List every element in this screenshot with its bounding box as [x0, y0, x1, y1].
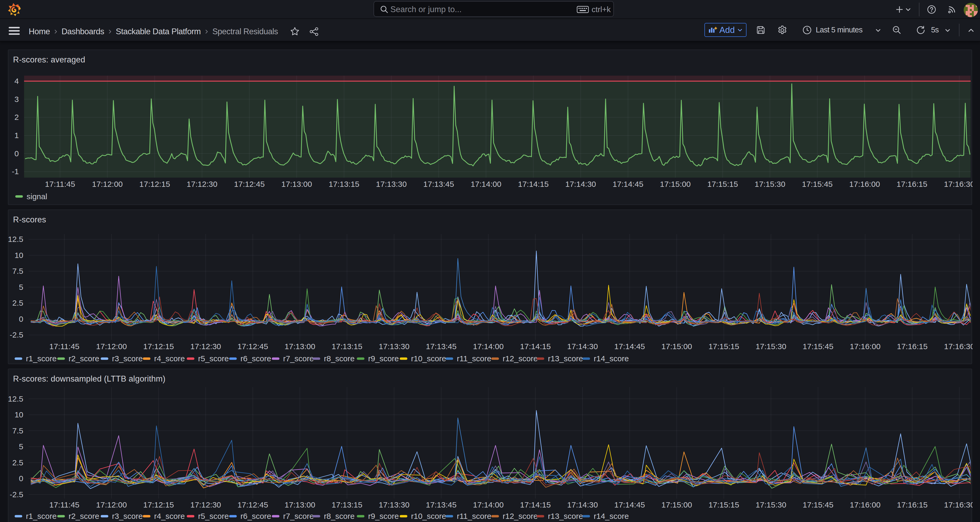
svg-text:0: 0	[19, 474, 23, 483]
svg-text:-2.5: -2.5	[10, 330, 23, 339]
svg-text:r3_score: r3_score	[112, 512, 143, 520]
svg-text:17:15:00: 17:15:00	[661, 500, 692, 509]
svg-text:17:14:45: 17:14:45	[614, 342, 645, 351]
svg-text:17:13:15: 17:13:15	[331, 500, 362, 509]
svg-text:17:13:30: 17:13:30	[379, 342, 409, 351]
svg-text:r10_score: r10_score	[411, 512, 446, 520]
svg-text:17:12:30: 17:12:30	[190, 500, 221, 509]
svg-text:10: 10	[14, 251, 23, 260]
svg-text:2: 2	[14, 113, 19, 121]
svg-text:17:15:00: 17:15:00	[660, 180, 691, 188]
svg-text:7.5: 7.5	[12, 267, 23, 275]
svg-text:2.5: 2.5	[12, 299, 23, 307]
svg-text:r5_score: r5_score	[198, 354, 229, 363]
svg-text:17:12:00: 17:12:00	[96, 342, 127, 351]
svg-text:17:16:30: 17:16:30	[944, 180, 972, 188]
svg-text:17:15:15: 17:15:15	[708, 342, 739, 351]
svg-text:17:13:00: 17:13:00	[281, 180, 312, 188]
svg-text:0: 0	[19, 314, 23, 323]
svg-text:4: 4	[14, 77, 19, 85]
svg-text:r12_score: r12_score	[503, 354, 538, 363]
svg-text:r2_score: r2_score	[68, 354, 99, 363]
svg-text:17:16:00: 17:16:00	[850, 342, 880, 351]
svg-text:17:12:00: 17:12:00	[92, 180, 123, 188]
svg-text:17:15:30: 17:15:30	[756, 500, 786, 509]
svg-text:17:12:00: 17:12:00	[96, 500, 127, 509]
svg-text:17:14:00: 17:14:00	[470, 180, 501, 188]
svg-text:17:16:30: 17:16:30	[944, 342, 973, 351]
svg-text:17:12:15: 17:12:15	[143, 342, 174, 351]
svg-text:17:13:30: 17:13:30	[376, 180, 407, 188]
svg-text:5: 5	[19, 283, 23, 291]
svg-text:10: 10	[14, 410, 23, 419]
svg-text:17:13:00: 17:13:00	[284, 342, 315, 351]
svg-text:17:14:00: 17:14:00	[473, 342, 504, 351]
svg-text:-1: -1	[11, 167, 19, 176]
svg-text:17:13:45: 17:13:45	[423, 180, 454, 188]
svg-text:17:12:45: 17:12:45	[234, 180, 264, 188]
svg-text:r7_score: r7_score	[283, 512, 314, 520]
svg-text:signal: signal	[27, 192, 47, 201]
svg-text:17:13:45: 17:13:45	[426, 500, 457, 509]
svg-text:17:16:15: 17:16:15	[897, 180, 928, 188]
svg-text:17:16:15: 17:16:15	[897, 342, 928, 351]
svg-text:2.5: 2.5	[12, 458, 23, 467]
svg-text:r1_score: r1_score	[26, 354, 57, 363]
svg-text:17:15:30: 17:15:30	[756, 342, 786, 351]
svg-text:r8_score: r8_score	[324, 512, 355, 520]
svg-text:17:15:45: 17:15:45	[803, 342, 834, 351]
svg-text:17:12:45: 17:12:45	[237, 500, 268, 509]
svg-text:17:15:45: 17:15:45	[803, 500, 834, 509]
svg-text:r11_score: r11_score	[457, 512, 491, 520]
svg-text:17:12:15: 17:12:15	[139, 180, 170, 188]
svg-text:r6_score: r6_score	[240, 354, 271, 363]
svg-text:17:16:15: 17:16:15	[897, 500, 928, 509]
svg-text:7.5: 7.5	[12, 426, 23, 435]
svg-text:17:13:30: 17:13:30	[379, 500, 409, 509]
svg-text:17:13:00: 17:13:00	[284, 500, 315, 509]
svg-text:17:14:00: 17:14:00	[473, 500, 504, 509]
svg-text:17:16:30: 17:16:30	[944, 500, 973, 509]
svg-text:12.5: 12.5	[8, 394, 24, 403]
svg-text:17:14:30: 17:14:30	[567, 500, 598, 509]
svg-text:r4_score: r4_score	[154, 354, 185, 363]
svg-text:17:12:30: 17:12:30	[190, 342, 221, 351]
svg-text:r8_score: r8_score	[324, 354, 355, 363]
svg-text:r11_score: r11_score	[457, 354, 491, 363]
svg-text:r1_score: r1_score	[26, 512, 57, 520]
svg-text:r9_score: r9_score	[368, 354, 399, 363]
svg-text:r14_score: r14_score	[593, 512, 628, 520]
svg-text:17:14:45: 17:14:45	[614, 500, 645, 509]
svg-text:r5_score: r5_score	[198, 512, 229, 520]
svg-text:17:14:45: 17:14:45	[612, 180, 643, 188]
svg-text:-2.5: -2.5	[10, 490, 23, 499]
svg-text:17:14:30: 17:14:30	[567, 342, 598, 351]
svg-text:r4_score: r4_score	[154, 512, 185, 520]
svg-text:r10_score: r10_score	[411, 354, 446, 363]
svg-text:17:16:00: 17:16:00	[849, 180, 880, 188]
svg-text:r3_score: r3_score	[112, 354, 143, 363]
svg-text:r9_score: r9_score	[368, 512, 399, 520]
svg-text:17:13:15: 17:13:15	[329, 180, 359, 188]
svg-text:3: 3	[14, 95, 19, 104]
svg-text:r14_score: r14_score	[593, 354, 628, 363]
svg-text:17:12:45: 17:12:45	[237, 342, 268, 351]
svg-text:17:14:30: 17:14:30	[565, 180, 596, 188]
svg-text:r7_score: r7_score	[283, 354, 314, 363]
svg-text:1: 1	[14, 131, 19, 140]
svg-text:r6_score: r6_score	[240, 512, 271, 520]
svg-text:r13_score: r13_score	[548, 354, 583, 363]
svg-text:17:14:15: 17:14:15	[520, 500, 550, 509]
svg-text:5: 5	[19, 442, 23, 451]
svg-text:r2_score: r2_score	[68, 512, 99, 520]
svg-text:17:12:15: 17:12:15	[143, 500, 174, 509]
svg-text:17:14:15: 17:14:15	[518, 180, 549, 188]
svg-text:17:13:15: 17:13:15	[331, 342, 362, 351]
svg-text:17:13:45: 17:13:45	[426, 342, 457, 351]
svg-text:17:11:45: 17:11:45	[49, 500, 80, 509]
svg-text:17:15:00: 17:15:00	[661, 342, 692, 351]
svg-text:17:11:45: 17:11:45	[45, 180, 75, 188]
svg-text:17:15:30: 17:15:30	[754, 180, 785, 188]
svg-text:r13_score: r13_score	[548, 512, 583, 520]
svg-text:0: 0	[14, 149, 19, 158]
